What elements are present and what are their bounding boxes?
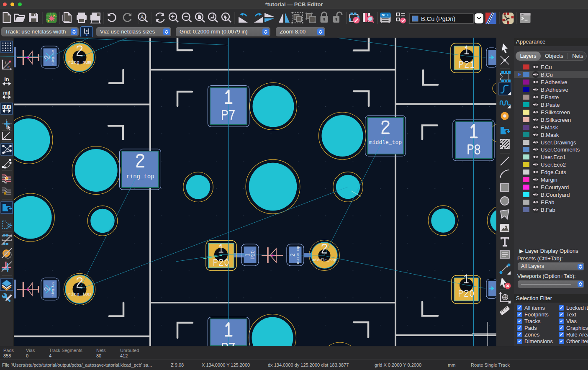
- svg-text:P20: P20: [250, 250, 256, 260]
- svg-text:2: 2: [289, 253, 296, 257]
- svg-text:B.Cu (PgDn): B.Cu (PgDn): [421, 15, 455, 22]
- svg-text:middle_top: middle_top: [312, 258, 336, 262]
- svg-text:2: 2: [43, 55, 51, 59]
- svg-text:ring_top: ring_top: [68, 291, 91, 297]
- svg-text:ring_top: ring_top: [126, 173, 154, 180]
- svg-text:r: r: [5, 60, 6, 64]
- svg-text:mil: mil: [3, 90, 10, 96]
- svg-text:θ: θ: [8, 65, 10, 69]
- svg-text:middle top: middle top: [296, 246, 300, 264]
- svg-text:ring_top: ring_top: [51, 281, 54, 296]
- svg-text:middle_top: middle_top: [369, 139, 402, 146]
- svg-text:ring_num: ring_num: [51, 49, 54, 65]
- svg-text:ring_num: ring_num: [68, 59, 91, 65]
- svg-text:2: 2: [43, 287, 51, 291]
- svg-text:mm: mm: [2, 103, 11, 109]
- svg-text:A: A: [140, 14, 144, 20]
- svg-text:in: in: [4, 76, 9, 82]
- svg-text:NET: NET: [382, 13, 390, 17]
